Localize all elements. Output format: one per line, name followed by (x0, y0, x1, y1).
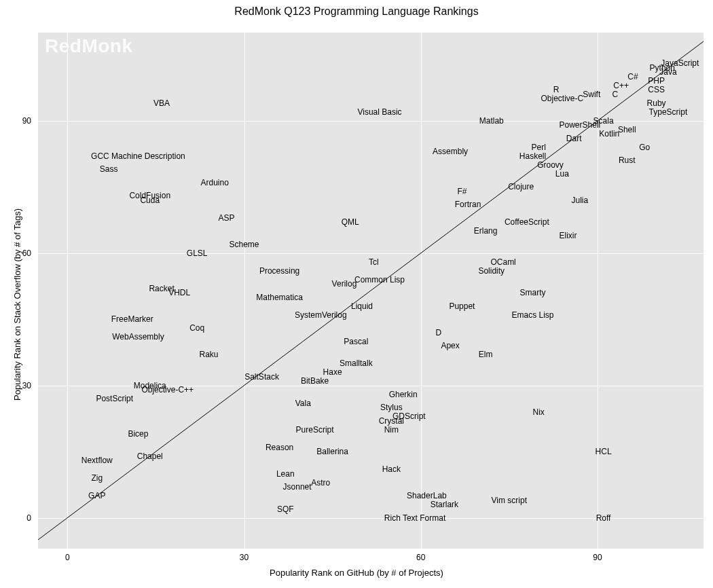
x-axis-title: Popularity Rank on GitHub (by # of Proje… (0, 568, 713, 578)
chart-title: RedMonk Q123 Programming Language Rankin… (0, 0, 713, 20)
gridline-horizontal (38, 518, 703, 519)
plot-panel (38, 33, 703, 549)
y-tick-label: 90 (14, 116, 31, 126)
y-axis-title: Popularity Rank on Stack Overflow (by # … (12, 208, 22, 401)
x-tick-label: 90 (593, 553, 602, 562)
gridline-horizontal (38, 253, 703, 254)
plot-area-wrapper: RedMonk JavaScriptPythonJavaPHPC#CSSC++T… (0, 20, 713, 584)
x-tick-label: 60 (416, 553, 425, 562)
gridline-vertical (67, 33, 68, 549)
y-tick-label: 0 (14, 513, 31, 523)
x-tick-label: 30 (240, 553, 249, 562)
x-tick-label: 0 (65, 553, 70, 562)
gridline-vertical (421, 33, 422, 549)
gridline-vertical (244, 33, 245, 549)
gridline-horizontal (38, 386, 703, 386)
gridline-vertical (598, 33, 598, 549)
gridline-horizontal (38, 121, 703, 122)
